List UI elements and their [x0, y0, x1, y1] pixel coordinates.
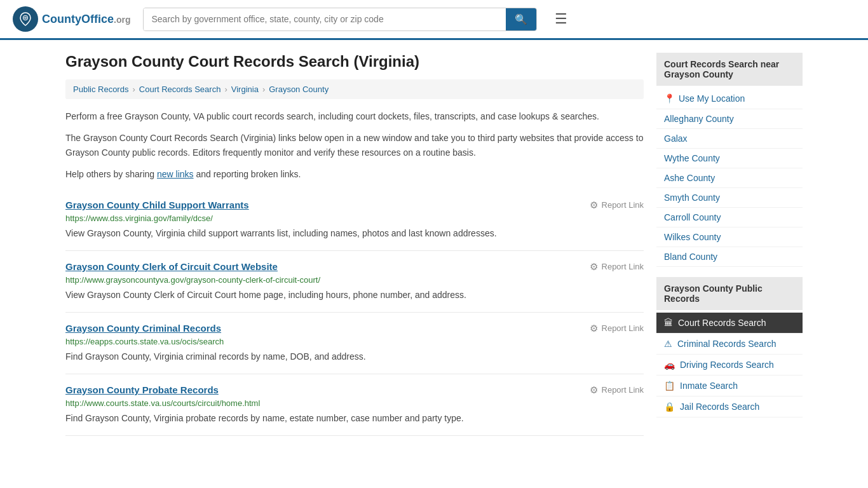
desc-pre: Help others by sharing — [65, 169, 157, 179]
report-label-3: Report Link — [602, 385, 644, 395]
record-title-0[interactable]: Grayson County Child Support Warrants — [65, 200, 249, 210]
logo-icon — [13, 6, 38, 32]
logo-county: County — [42, 13, 81, 25]
breadcrumb: Public Records › Court Records Search › … — [65, 79, 644, 99]
nearby-county-item: Carroll County — [656, 208, 803, 227]
nearby-county-item: Ashe County — [656, 168, 803, 188]
breadcrumb-court-records[interactable]: Court Records Search — [139, 85, 221, 94]
record-desc-2: Find Grayson County, Virginia criminal r… — [65, 350, 644, 363]
pub-record-icon-3: 📋 — [664, 381, 675, 391]
menu-button[interactable]: ☰ — [550, 8, 573, 30]
location-pin-icon: 📍 — [664, 93, 675, 104]
logo-suffix: .org — [114, 15, 130, 25]
pub-record-label-0: Court Records Search — [678, 318, 766, 328]
main-layout: Grayson County Court Records Search (Vir… — [53, 40, 815, 449]
public-records-list: 🏛Court Records Search⚠Criminal Records S… — [656, 313, 803, 417]
nearby-county-link-3[interactable]: Ashe County — [656, 168, 803, 188]
pub-record-link-2[interactable]: 🚗Driving Records Search — [656, 355, 803, 375]
desc-para-1: Perform a free Grayson County, VA public… — [65, 109, 644, 123]
breadcrumb-sep-2: › — [224, 85, 227, 94]
report-icon-0: ⚙ — [590, 200, 598, 211]
pub-record-label-1: Criminal Records Search — [677, 339, 776, 349]
pub-record-item: 🏛Court Records Search — [656, 313, 803, 334]
nearby-county-link-4[interactable]: Smyth County — [656, 188, 803, 208]
desc-para-3: Help others by sharing new links and rep… — [65, 167, 644, 181]
record-title-2[interactable]: Grayson County Criminal Records — [65, 323, 221, 334]
page-title: Grayson County Court Records Search (Vir… — [65, 53, 644, 71]
record-url-2[interactable]: https://eapps.courts.state.va.us/ocis/se… — [65, 337, 644, 346]
report-icon-1: ⚙ — [590, 261, 598, 273]
public-records-header: Grayson County Public Records — [656, 277, 803, 310]
breadcrumb-grayson-county[interactable]: Grayson County — [269, 85, 329, 94]
nearby-county-link-2[interactable]: Wythe County — [656, 149, 803, 168]
record-desc-3: Find Grayson County, Virginia probate re… — [65, 412, 644, 425]
pub-record-item: 🚗Driving Records Search — [656, 355, 803, 376]
pub-record-label-2: Driving Records Search — [680, 360, 774, 370]
records-list: Grayson County Child Support Warrants ⚙ … — [65, 189, 644, 436]
nearby-county-link-6[interactable]: Wilkes County — [656, 227, 803, 247]
breadcrumb-virginia[interactable]: Virginia — [231, 85, 259, 94]
content-area: Grayson County Court Records Search (Vir… — [65, 53, 644, 436]
pub-record-icon-1: ⚠ — [664, 339, 672, 349]
search-button[interactable]: 🔍 — [506, 8, 536, 30]
pub-record-icon-2: 🚗 — [664, 360, 675, 370]
logo-text: CountyOffice.org — [42, 13, 130, 26]
breadcrumb-public-records[interactable]: Public Records — [73, 85, 128, 94]
nearby-county-link-5[interactable]: Carroll County — [656, 208, 803, 227]
record-url-1[interactable]: http://www.graysoncountyva.gov/grayson-c… — [65, 275, 644, 285]
site-logo[interactable]: CountyOffice.org — [13, 6, 130, 32]
report-icon-3: ⚙ — [590, 384, 598, 396]
pub-record-icon-0: 🏛 — [664, 318, 673, 328]
nearby-county-link-7[interactable]: Bland County — [656, 247, 803, 267]
nearby-county-item: Wilkes County — [656, 227, 803, 247]
nearby-county-link-1[interactable]: Galax — [656, 129, 803, 149]
record-title-1[interactable]: Grayson County Clerk of Circuit Court We… — [65, 261, 278, 272]
site-header: CountyOffice.org 🔍 ☰ — [0, 0, 868, 40]
report-label-1: Report Link — [602, 262, 644, 271]
nearby-counties-list: Alleghany CountyGalaxWythe CountyAshe Co… — [656, 109, 803, 267]
breadcrumb-sep-1: › — [132, 85, 135, 94]
use-my-location[interactable]: 📍 Use My Location — [656, 88, 803, 109]
pub-record-item: 🔒Jail Records Search — [656, 396, 803, 417]
report-label-0: Report Link — [602, 200, 644, 210]
new-links-link[interactable]: new links — [157, 169, 194, 179]
use-location-label: Use My Location — [679, 93, 745, 104]
record-item: Grayson County Probate Records ⚙ Report … — [65, 374, 644, 436]
pub-record-link-1[interactable]: ⚠Criminal Records Search — [656, 334, 803, 354]
record-url-3[interactable]: http://www.courts.state.va.us/courts/cir… — [65, 398, 644, 408]
pub-record-link-3[interactable]: 📋Inmate Search — [656, 376, 803, 396]
search-input[interactable] — [144, 8, 506, 30]
report-link-3[interactable]: ⚙ Report Link — [590, 384, 644, 396]
record-desc-1: View Grayson County Clerk of Circuit Cou… — [65, 288, 644, 302]
nearby-county-link-0[interactable]: Alleghany County — [656, 109, 803, 129]
report-link-0[interactable]: ⚙ Report Link — [590, 200, 644, 211]
nearby-header: Court Records Search near Grayson County — [656, 53, 803, 86]
description: Perform a free Grayson County, VA public… — [65, 109, 644, 182]
pub-record-link-4[interactable]: 🔒Jail Records Search — [656, 396, 803, 417]
desc-para-2: The Grayson County Court Records Search … — [65, 131, 644, 159]
sidebar: Court Records Search near Grayson County… — [656, 53, 803, 436]
nearby-county-item: Wythe County — [656, 149, 803, 168]
pub-record-link-0[interactable]: 🏛Court Records Search — [656, 313, 803, 333]
record-item: Grayson County Child Support Warrants ⚙ … — [65, 189, 644, 251]
record-title-3[interactable]: Grayson County Probate Records — [65, 384, 219, 395]
desc-post: and reporting broken links. — [194, 169, 301, 179]
breadcrumb-sep-3: › — [262, 85, 265, 94]
pub-record-icon-4: 🔒 — [664, 402, 675, 412]
record-item: Grayson County Criminal Records ⚙ Report… — [65, 313, 644, 374]
pub-record-label-3: Inmate Search — [680, 381, 738, 391]
nearby-county-item: Alleghany County — [656, 109, 803, 129]
pub-record-item: ⚠Criminal Records Search — [656, 334, 803, 355]
nearby-county-item: Smyth County — [656, 188, 803, 208]
report-link-2[interactable]: ⚙ Report Link — [590, 323, 644, 334]
search-bar: 🔍 — [143, 8, 537, 31]
report-icon-2: ⚙ — [590, 323, 598, 334]
record-item: Grayson County Clerk of Circuit Court We… — [65, 251, 644, 313]
nearby-county-item: Galax — [656, 129, 803, 149]
public-records-section: Grayson County Public Records 🏛Court Rec… — [656, 277, 803, 417]
pub-record-item: 📋Inmate Search — [656, 376, 803, 396]
record-url-0[interactable]: https://www.dss.virginia.gov/family/dcse… — [65, 214, 644, 223]
record-desc-0: View Grayson County, Virginia child supp… — [65, 227, 644, 240]
nearby-section: Court Records Search near Grayson County… — [656, 53, 803, 267]
report-link-1[interactable]: ⚙ Report Link — [590, 261, 644, 273]
